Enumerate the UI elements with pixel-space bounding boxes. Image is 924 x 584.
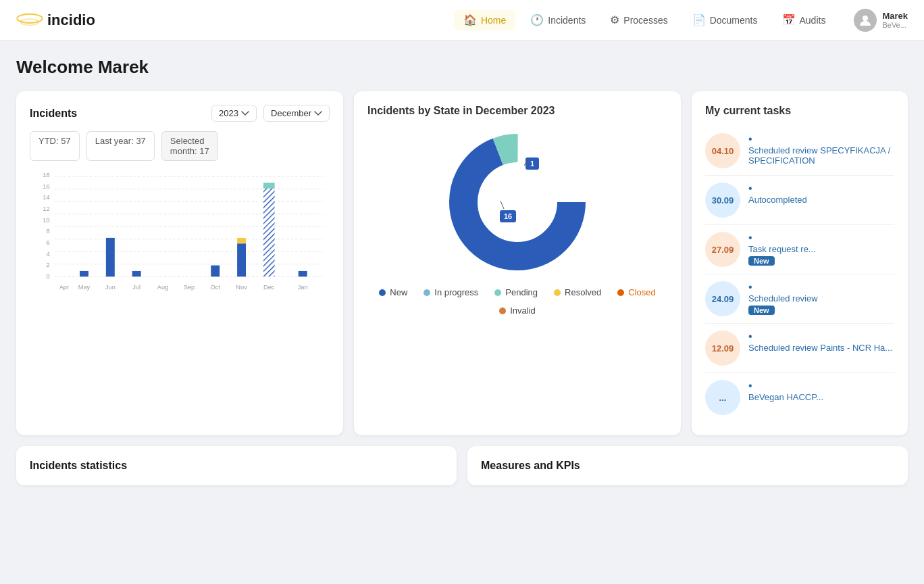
task-item[interactable]: ...• BeVegan HACCP... xyxy=(705,373,894,422)
page: Welcome Marek Incidents 2023 December YT… xyxy=(0,41,924,512)
task-bullet-icon: • xyxy=(748,182,752,194)
month-dropdown[interactable]: December xyxy=(263,105,330,122)
legend-dot-pending xyxy=(494,289,501,296)
label-16-text: 16 xyxy=(504,212,512,220)
svg-text:16: 16 xyxy=(43,183,49,190)
user-menu[interactable]: Marek BeVe... xyxy=(854,9,908,32)
kpis-title: Measures and KPIs xyxy=(481,460,894,472)
task-date-circle: 24.09 xyxy=(705,281,740,316)
selected-month-label: Selected xyxy=(170,136,209,146)
donut-title: Incidents by State in December 2023 xyxy=(367,105,667,117)
legend-dot-invalid xyxy=(499,308,506,314)
incidents-card-title: Incidents xyxy=(30,107,205,120)
nav-audits[interactable]: 📅 Audits xyxy=(773,9,836,30)
svg-text:Sep: Sep xyxy=(184,284,195,291)
navbar: incidio 🏠 Home 🕐 Incidents ⚙ Processes 📄… xyxy=(0,0,924,41)
task-title: Scheduled review Paints - NCR Ha... xyxy=(748,343,894,353)
donut-area: 16 1 New In progress xyxy=(367,128,667,316)
nav-processes[interactable]: ⚙ Processes xyxy=(600,9,677,30)
processes-icon: ⚙ xyxy=(610,14,619,26)
svg-text:Apr: Apr xyxy=(59,284,69,291)
nav-documents[interactable]: 📄 Documents xyxy=(683,9,767,30)
legend-label-invalid: Invalid xyxy=(510,306,536,316)
donut-card: Incidents by State in December 2023 16 xyxy=(354,91,681,435)
task-badge: New xyxy=(748,256,775,266)
stats-row: YTD: 57 Last year: 37 Selected month: 17 xyxy=(30,131,330,161)
page-title: Welcome Marek xyxy=(16,57,908,78)
clock-icon: 🕐 xyxy=(530,14,544,26)
bar-jun xyxy=(106,238,115,276)
bar-nov-blue xyxy=(237,243,246,276)
bar-dec-teal xyxy=(263,183,275,189)
nav-links: 🏠 Home 🕐 Incidents ⚙ Processes 📄 Documen… xyxy=(454,9,908,32)
task-bullet-icon: • xyxy=(748,232,752,243)
legend-new: New xyxy=(379,287,407,297)
task-content: • Scheduled review Paints - NCR Ha... xyxy=(748,331,894,353)
task-item[interactable]: 30.09• Autocompleted xyxy=(705,176,894,225)
month-label: December xyxy=(271,108,311,118)
task-bullet-icon: • xyxy=(748,331,752,342)
nav-home[interactable]: 🏠 Home xyxy=(454,9,515,30)
nav-processes-label: Processes xyxy=(623,15,667,26)
svg-text:8: 8 xyxy=(46,228,49,235)
user-info: Marek BeVe... xyxy=(882,11,908,29)
user-name: Marek xyxy=(882,11,908,21)
bar-oct xyxy=(211,266,220,277)
task-date-circle: 04.10 xyxy=(705,133,740,168)
logo[interactable]: incidio xyxy=(16,11,95,30)
label-1-text: 1 xyxy=(530,160,534,168)
svg-text:10: 10 xyxy=(43,217,49,224)
bar-chart-svg: 0 2 4 6 8 10 12 14 16 18 xyxy=(30,170,330,295)
svg-text:Aug: Aug xyxy=(157,284,168,291)
avatar xyxy=(854,9,877,32)
legend-pending: Pending xyxy=(494,287,538,297)
statistics-title: Incidents statistics xyxy=(30,460,443,472)
task-item[interactable]: 12.09• Scheduled review Paints - NCR Ha.… xyxy=(705,324,894,373)
tasks-card: My current tasks 04.10• Scheduled review… xyxy=(692,91,908,435)
task-bullet-icon: • xyxy=(748,133,752,145)
task-item[interactable]: 04.10• Scheduled review SPECYFIKACJA / S… xyxy=(705,126,894,176)
logo-text: incidio xyxy=(47,11,95,29)
task-title: Scheduled review SPECYFIKACJA / SPECIFIC… xyxy=(748,145,894,166)
bar-chart: 0 2 4 6 8 10 12 14 16 18 xyxy=(30,170,330,306)
task-date-circle: 27.09 xyxy=(705,232,740,267)
task-item[interactable]: 24.09• Scheduled reviewNew xyxy=(705,274,894,324)
legend-dot-new xyxy=(379,289,386,296)
year-label: 2023 xyxy=(219,108,238,118)
svg-text:Dec: Dec xyxy=(263,284,275,291)
task-title: Scheduled review xyxy=(748,293,894,303)
legend-label-resolved: Resolved xyxy=(565,287,601,297)
user-company: BeVe... xyxy=(882,21,908,29)
home-icon: 🏠 xyxy=(463,14,477,26)
nav-incidents-label: Incidents xyxy=(548,15,586,26)
nav-incidents[interactable]: 🕐 Incidents xyxy=(521,9,595,30)
legend-dot-resolved xyxy=(554,289,561,296)
legend-dot-inprogress xyxy=(424,289,430,296)
task-title: Autocompleted xyxy=(748,195,894,205)
last-year-stat: Last year: 37 xyxy=(86,131,155,161)
kpis-card: Measures and KPIs xyxy=(467,446,908,485)
legend-label-closed: Closed xyxy=(628,287,655,297)
svg-text:4: 4 xyxy=(46,251,49,258)
selected-month-stat: Selected month: 17 xyxy=(161,131,218,161)
task-item[interactable]: 27.09• Task request re...New xyxy=(705,225,894,274)
svg-text:0: 0 xyxy=(46,273,49,280)
task-date-circle: 12.09 xyxy=(705,331,740,366)
legend-closed: Closed xyxy=(617,287,655,297)
task-content: • Scheduled review SPECYFIKACJA / SPECIF… xyxy=(748,133,894,166)
svg-text:Oct: Oct xyxy=(211,284,221,291)
year-dropdown[interactable]: 2023 xyxy=(211,105,257,122)
main-grid: Incidents 2023 December YTD: 57 Last yea… xyxy=(16,91,908,435)
task-content: • Task request re...New xyxy=(748,232,894,266)
legend-inprogress: In progress xyxy=(424,287,478,297)
task-date-circle: 30.09 xyxy=(705,182,740,218)
task-bullet-icon: • xyxy=(748,281,752,293)
svg-text:Jan: Jan xyxy=(298,284,308,291)
donut-new xyxy=(463,148,571,256)
task-title: BeVegan HACCP... xyxy=(748,392,894,402)
svg-text:12: 12 xyxy=(43,205,49,212)
legend-label-inprogress: In progress xyxy=(434,287,478,297)
task-content: • BeVegan HACCP... xyxy=(748,380,894,402)
legend-label-pending: Pending xyxy=(505,287,538,297)
bottom-grid: Incidents statistics Measures and KPIs xyxy=(16,446,908,485)
